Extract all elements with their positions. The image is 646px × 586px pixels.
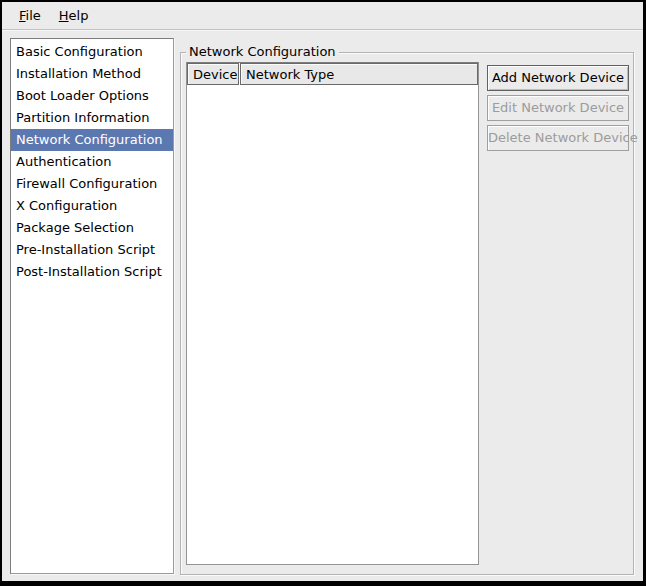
network-device-table: Device Network Type [186, 62, 479, 565]
menu-help-mnemonic: H [59, 8, 69, 23]
app-window: File Help Basic Configuration Installati… [0, 0, 646, 586]
sidebar-item-installation-method[interactable]: Installation Method [11, 63, 173, 85]
sidebar-item-boot-loader-options[interactable]: Boot Loader Options [11, 85, 173, 107]
column-header-network-type[interactable]: Network Type [240, 63, 478, 85]
menu-help-label: elp [69, 8, 89, 23]
client-area: File Help Basic Configuration Installati… [2, 2, 643, 581]
menu-help[interactable]: Help [52, 4, 100, 27]
column-header-device[interactable]: Device [187, 63, 239, 85]
frame-title: Network Configuration [186, 44, 339, 59]
delete-network-device-button: Delete Network Device [487, 125, 629, 151]
sidebar-item-partition-information[interactable]: Partition Information [11, 107, 173, 129]
edit-network-device-button: Edit Network Device [487, 95, 629, 121]
table-body-empty[interactable] [187, 85, 478, 564]
menu-file-label: ile [26, 8, 41, 23]
sidebar-item-firewall-configuration[interactable]: Firewall Configuration [11, 173, 173, 195]
add-network-device-button[interactable]: Add Network Device [487, 65, 629, 91]
device-button-column: Add Network Device Edit Network Device D… [487, 65, 629, 155]
sidebar-item-post-installation-script[interactable]: Post-Installation Script [11, 261, 173, 283]
menu-bar: File Help [2, 2, 643, 30]
sidebar-item-pre-installation-script[interactable]: Pre-Installation Script [11, 239, 173, 261]
sidebar-item-x-configuration[interactable]: X Configuration [11, 195, 173, 217]
menu-file[interactable]: File [12, 4, 52, 27]
section-list: Basic Configuration Installation Method … [10, 38, 174, 574]
network-configuration-frame: Network Configuration Device Network Typ… [180, 52, 634, 575]
sidebar-item-basic-configuration[interactable]: Basic Configuration [11, 41, 173, 63]
sidebar-item-authentication[interactable]: Authentication [11, 151, 173, 173]
sidebar-item-network-configuration[interactable]: Network Configuration [11, 129, 173, 151]
table-header-row: Device Network Type [187, 63, 478, 85]
sidebar-item-package-selection[interactable]: Package Selection [11, 217, 173, 239]
